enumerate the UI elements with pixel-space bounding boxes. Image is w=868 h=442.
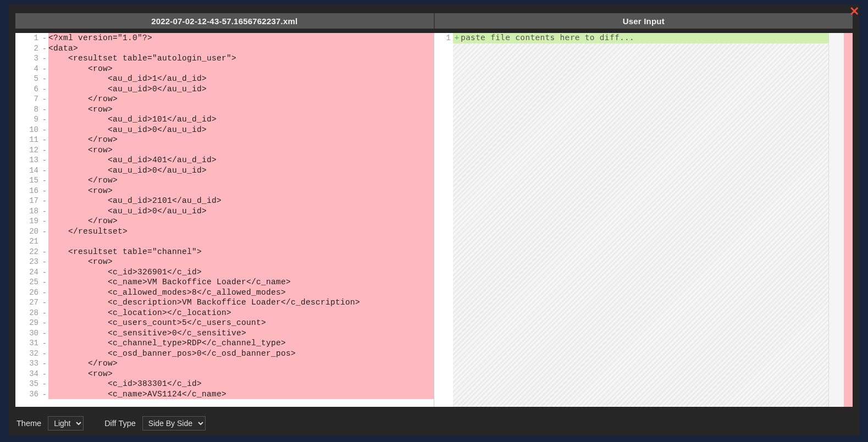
code-line: <c_location></c_location> xyxy=(48,308,434,318)
diff-marker: - xyxy=(41,186,48,196)
code-line: </resultset> xyxy=(48,226,434,237)
diff-marker: - xyxy=(41,155,48,165)
code-line: </row> xyxy=(48,94,434,104)
code-line: <c_name>VM Backoffice Loader</c_name> xyxy=(48,277,434,288)
code-line: <row> xyxy=(48,257,434,267)
left-file-title: 2022-07-02-12-43-57.1656762237.xml xyxy=(15,13,434,29)
code-line: <c_description>VM Backoffice Loader</c_d… xyxy=(48,297,434,308)
code-line: <?xml version="1.0"?> xyxy=(48,33,434,43)
diff-marker: - xyxy=(41,145,48,156)
difftype-select[interactable]: Side By SideInline xyxy=(142,416,206,430)
line-number: 18 xyxy=(15,206,40,217)
line-number: 20 xyxy=(15,226,40,237)
code-line: <data> xyxy=(48,43,434,54)
diff-marker: - xyxy=(41,84,48,95)
line-number: 13 xyxy=(15,155,40,165)
right-pane: 1 + paste file contents here to diff... xyxy=(434,33,853,407)
diff-modal: ✕ 2022-07-02-12-43-57.1656762237.xml Use… xyxy=(9,4,859,435)
line-number: 27 xyxy=(15,297,40,308)
diff-marker: - xyxy=(41,114,48,125)
diff-marker: - xyxy=(41,226,48,237)
line-number: 22 xyxy=(15,247,40,257)
diff-marker xyxy=(41,236,48,247)
diff-marker: - xyxy=(41,135,48,145)
left-pane: 1234567891011121314151617181920212223242… xyxy=(15,33,434,407)
header-row: 2022-07-02-12-43-57.1656762237.xml User … xyxy=(15,13,853,29)
code-line: <row> xyxy=(48,64,434,74)
code-line xyxy=(48,236,434,247)
line-number: 25 xyxy=(15,277,40,288)
code-line: <au_d_id>401</au_d_id> xyxy=(48,155,434,165)
diff-marker: - xyxy=(41,277,48,288)
diff-marker: - xyxy=(41,297,48,308)
line-number: 5 xyxy=(15,74,40,84)
line-number: 35 xyxy=(15,379,40,389)
code-line: <row> xyxy=(48,145,434,156)
line-number: 33 xyxy=(15,358,40,369)
line-number: 23 xyxy=(15,257,40,267)
code-line: <resultset table="channel"> xyxy=(48,247,434,257)
code-line: <row> xyxy=(48,186,434,196)
line-number: 19 xyxy=(15,216,40,226)
right-scrollbar-area[interactable] xyxy=(828,33,844,407)
right-input-placeholder[interactable]: paste file contents here to diff... xyxy=(461,33,828,43)
right-change-overview[interactable] xyxy=(844,33,853,407)
code-line: <au_u_id>0</au_u_id> xyxy=(48,84,434,95)
line-number: 34 xyxy=(15,369,40,379)
diff-marker: - xyxy=(41,64,48,74)
code-line: <c_name>AVS1124</c_name> xyxy=(48,389,434,400)
diff-marker: - xyxy=(41,74,48,84)
code-line: <au_u_id>0</au_u_id> xyxy=(48,165,434,176)
right-body: + paste file contents here to diff... xyxy=(453,33,828,407)
line-number: 9 xyxy=(15,114,40,125)
left-code[interactable]: <?xml version="1.0"?><data> <resultset t… xyxy=(48,33,434,407)
code-line: <au_d_id>2101</au_d_id> xyxy=(48,196,434,206)
line-number: 1 xyxy=(434,33,452,43)
diff-marker: - xyxy=(41,389,48,400)
diff-marker: - xyxy=(41,206,48,217)
close-icon[interactable]: ✕ xyxy=(846,3,863,20)
add-marker: + xyxy=(453,33,461,43)
line-number: 32 xyxy=(15,349,40,359)
theme-select[interactable]: LightDark xyxy=(48,416,84,430)
code-line: <c_sensitive>0</c_sensitive> xyxy=(48,328,434,339)
line-number: 10 xyxy=(15,125,40,135)
diff-marker: - xyxy=(41,358,48,369)
line-number: 31 xyxy=(15,338,40,349)
code-line: </row> xyxy=(48,175,434,186)
code-line: </row> xyxy=(48,216,434,226)
diff-marker: - xyxy=(41,247,48,257)
code-line: <row> xyxy=(48,369,434,379)
diff-marker: - xyxy=(41,379,48,389)
diff-marker: - xyxy=(41,308,48,318)
diff-container: 1234567891011121314151617181920212223242… xyxy=(15,33,853,407)
diff-marker: - xyxy=(41,338,48,349)
line-number: 17 xyxy=(15,196,40,206)
right-line-numbers: 1 xyxy=(434,33,453,407)
code-line: <au_d_id>101</au_d_id> xyxy=(48,114,434,125)
left-diff-markers: ----------------------------------- xyxy=(41,33,48,407)
diff-marker: - xyxy=(41,53,48,64)
diff-marker: - xyxy=(41,257,48,267)
line-number: 21 xyxy=(15,236,40,247)
code-line: <c_osd_banner_pos>0</c_osd_banner_pos> xyxy=(48,349,434,359)
code-line: <c_id>326901</c_id> xyxy=(48,267,434,278)
diff-marker: - xyxy=(41,369,48,379)
diff-marker: - xyxy=(41,165,48,176)
footer-bar: Theme LightDark Diff Type Side By SideIn… xyxy=(9,411,859,435)
difftype-label: Diff Type xyxy=(104,419,136,428)
diff-marker: - xyxy=(41,216,48,226)
line-number: 16 xyxy=(15,186,40,196)
code-line: </row> xyxy=(48,135,434,145)
code-line: <au_d_id>1</au_d_id> xyxy=(48,74,434,84)
line-number: 15 xyxy=(15,175,40,186)
line-number: 26 xyxy=(15,288,40,298)
diff-marker: - xyxy=(41,196,48,206)
line-number: 4 xyxy=(15,64,40,74)
code-line: <c_users_count>5</c_users_count> xyxy=(48,318,434,328)
line-number: 12 xyxy=(15,145,40,156)
code-line: </row> xyxy=(48,358,434,369)
right-empty-area[interactable] xyxy=(453,43,828,407)
line-number: 29 xyxy=(15,318,40,328)
code-line: <resultset table="autologin_user"> xyxy=(48,53,434,64)
